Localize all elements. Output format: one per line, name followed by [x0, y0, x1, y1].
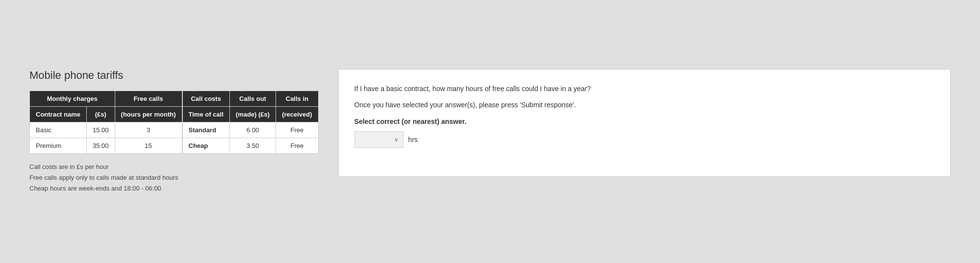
time-of-call-header: Time of call	[182, 106, 229, 122]
question-text: If I have a basic contract, how many hou…	[354, 83, 934, 94]
note-1: Call costs are in £s per hour	[29, 162, 319, 172]
free-calls-header: Free calls	[115, 91, 182, 106]
monthly-charges-header: Monthly charges	[30, 91, 115, 106]
note-2: Free calls apply only to calls made at s…	[29, 172, 319, 183]
call-costs-header: Call costs	[182, 91, 229, 106]
contract-name-header: Contract name	[30, 106, 87, 122]
select-correct-label: Select correct (or nearest) answer.	[354, 118, 934, 125]
time-cheap: Cheap	[182, 138, 229, 153]
price-premium: 35.00	[87, 138, 115, 153]
left-panel: Mobile phone tariffs Monthly charges Fre…	[29, 69, 319, 194]
hours-header: (hours per month)	[115, 106, 182, 122]
table-row: Standard 6.00 Free	[182, 122, 318, 138]
notes-section: Call costs are in £s per hour Free calls…	[29, 162, 319, 194]
note-3: Cheap hours are week-ends and 18:00 - 06…	[29, 183, 319, 194]
calls-in-header: Calls in	[276, 91, 318, 106]
instruction-text: Once you have selected your answer(s), p…	[354, 101, 934, 109]
received-standard: Free	[276, 122, 318, 138]
answer-select-wrapper[interactable]: 1224364860	[354, 131, 403, 148]
right-panel: If I have a basic contract, how many hou…	[338, 69, 951, 177]
free-calls-premium: 15	[115, 138, 182, 153]
made-standard: 6.00	[229, 122, 276, 138]
received-cheap: Free	[276, 138, 318, 153]
table-row: Cheap 3.50 Free	[182, 138, 318, 153]
table-row: Premium 35.00 15	[30, 138, 182, 153]
contract-name-basic: Basic	[30, 122, 87, 138]
price-basic: 15.00	[87, 122, 115, 138]
free-calls-basic: 3	[115, 122, 182, 138]
received-header: (received)	[276, 106, 318, 122]
contract-name-premium: Premium	[30, 138, 87, 153]
monthly-table: Monthly charges Free calls Contract name…	[29, 91, 182, 154]
calls-out-header: Calls out	[229, 91, 276, 106]
made-header: (made) (£s)	[229, 106, 276, 122]
page-title: Mobile phone tariffs	[29, 69, 319, 82]
table-row: Basic 15.00 3	[30, 122, 182, 138]
hrs-label: hrs	[408, 136, 418, 143]
call-costs-table: Call costs Calls out Calls in Time of ca…	[182, 91, 319, 154]
price-header: (£s)	[87, 106, 115, 122]
time-standard: Standard	[182, 122, 229, 138]
answer-select[interactable]: 1224364860	[354, 131, 403, 148]
made-cheap: 3.50	[229, 138, 276, 153]
page-container: Mobile phone tariffs Monthly charges Fre…	[0, 49, 980, 214]
answer-row: 1224364860 hrs	[354, 131, 934, 148]
tables-row: Monthly charges Free calls Contract name…	[29, 91, 319, 154]
